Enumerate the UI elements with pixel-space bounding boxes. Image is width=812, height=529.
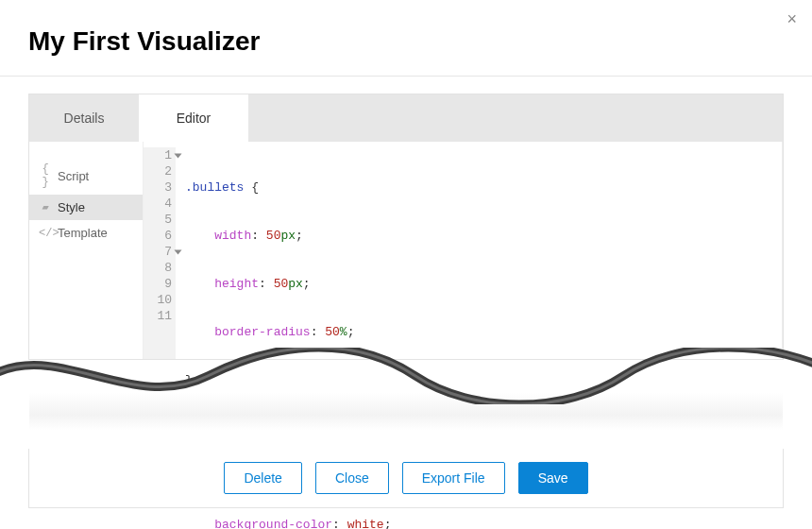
- delete-button[interactable]: Delete: [224, 462, 301, 494]
- side-nav: { } Script ▰ Style </> Template: [29, 142, 143, 359]
- truncation-fade: [29, 392, 783, 430]
- sidebar-item-script[interactable]: { } Script: [29, 157, 143, 195]
- line-number-gutter: 1 2 3 4 5 6 7 8 9 10 11: [144, 147, 176, 359]
- footer-button-bar: Delete Close Export File Save: [28, 449, 784, 508]
- export-file-button[interactable]: Export File: [402, 462, 505, 494]
- angle-brackets-icon: </>: [39, 227, 52, 240]
- code-editor[interactable]: 1 2 3 4 5 6 7 8 9 10 11 .bullets { width…: [143, 142, 783, 359]
- sidebar-item-template[interactable]: </> Template: [29, 220, 143, 246]
- editor-panel: Details Editor { } Script ▰ Style </> Te…: [28, 94, 784, 360]
- sidebar-item-style[interactable]: ▰ Style: [29, 195, 143, 220]
- editor-body: { } Script ▰ Style </> Template 1 2 3 4 …: [29, 142, 783, 359]
- tab-editor[interactable]: Editor: [139, 94, 248, 142]
- tab-details[interactable]: Details: [29, 94, 139, 142]
- close-icon[interactable]: ×: [787, 9, 797, 29]
- sidebar-item-label: Template: [58, 226, 108, 240]
- close-button[interactable]: Close: [315, 462, 389, 494]
- code-content: .bullets { width: 50px; height: 50px; bo…: [176, 147, 782, 359]
- tab-row: Details Editor: [29, 94, 783, 142]
- sidebar-item-label: Script: [58, 169, 89, 183]
- css-icon: ▰: [39, 200, 52, 214]
- sidebar-item-label: Style: [58, 200, 85, 214]
- braces-icon: { }: [39, 162, 52, 189]
- page-title: My First Visualizer: [0, 0, 812, 77]
- save-button[interactable]: Save: [518, 462, 588, 494]
